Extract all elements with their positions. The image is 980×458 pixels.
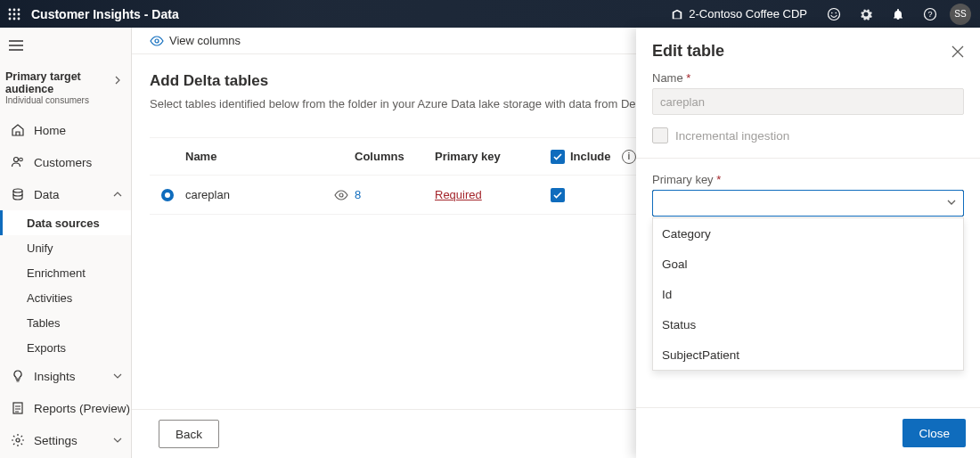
home-icon (11, 123, 25, 137)
sidebar: Primary target audience Individual consu… (0, 28, 132, 458)
svg-point-0 (8, 8, 11, 11)
nav-label: Insights (34, 370, 76, 383)
people-icon (11, 155, 25, 169)
close-button[interactable]: Close (902, 419, 966, 447)
columns-count-link[interactable]: 8 (355, 188, 361, 201)
smiley-icon[interactable] (821, 2, 846, 27)
svg-point-7 (12, 17, 15, 20)
bell-icon[interactable] (886, 2, 911, 27)
chevron-up-icon (113, 190, 122, 199)
row-radio[interactable] (161, 189, 174, 201)
eye-icon (150, 36, 164, 46)
environment-name: 2-Contoso Coffee CDP (689, 7, 807, 20)
table-name-cell: careplan (185, 188, 328, 201)
nav-data[interactable]: Data (0, 178, 131, 210)
svg-point-14 (14, 158, 19, 162)
primary-key-combobox[interactable] (652, 190, 964, 217)
svg-point-6 (8, 17, 11, 20)
app-title: Customer Insights - Data (31, 7, 179, 21)
svg-point-1 (12, 8, 15, 11)
view-columns-button[interactable]: View columns (169, 34, 241, 47)
incremental-label: Incremental ingestion (675, 129, 789, 143)
nav-home[interactable]: Home (0, 114, 131, 146)
back-button[interactable]: Back (159, 420, 219, 448)
audience-value: Individual consumers (5, 95, 120, 105)
dropdown-option-goal[interactable]: Goal (653, 249, 963, 279)
nav-label: Home (34, 124, 66, 137)
report-icon (11, 401, 25, 415)
nav-settings[interactable]: Settings (0, 424, 131, 456)
column-header-include: Include (570, 150, 611, 163)
nav-tables[interactable]: Tables (0, 310, 131, 335)
svg-point-10 (831, 12, 833, 13)
svg-point-9 (829, 8, 840, 20)
info-icon[interactable]: i (622, 150, 636, 164)
chevron-down-icon (113, 436, 122, 445)
waffle-menu[interactable] (0, 0, 28, 28)
gear-icon[interactable] (853, 2, 878, 27)
svg-text:?: ? (927, 10, 932, 19)
building-icon (671, 8, 683, 20)
svg-point-3 (8, 12, 11, 15)
audience-selector[interactable]: Primary target audience Individual consu… (0, 63, 131, 114)
gear-icon (11, 433, 25, 447)
primary-key-required-link[interactable]: Required (435, 188, 482, 201)
chevron-down-icon (113, 372, 122, 380)
waffle-icon (8, 8, 20, 20)
column-header-columns[interactable]: Columns (355, 150, 435, 163)
edit-table-panel: Edit table Name * Incremental ingestion … (636, 28, 980, 458)
nav-data-sources[interactable]: Data sources (0, 210, 131, 235)
app-header: Customer Insights - Data 2-Contoso Coffe… (0, 0, 980, 28)
svg-point-8 (17, 17, 20, 20)
nav-exports[interactable]: Exports (0, 335, 131, 360)
primary-key-field-label: Primary key * (652, 173, 964, 186)
svg-point-15 (20, 158, 23, 161)
nav-label: Data (34, 188, 60, 201)
svg-point-18 (16, 438, 20, 442)
column-header-name[interactable]: Name (185, 150, 328, 163)
svg-point-4 (12, 12, 15, 15)
name-field-label: Name * (652, 71, 964, 85)
audience-label: Primary target audience (5, 70, 120, 95)
svg-point-19 (155, 39, 159, 43)
dropdown-option-category[interactable]: Category (653, 218, 963, 249)
hamburger-button[interactable] (0, 28, 131, 63)
nav-enrichment[interactable]: Enrichment (0, 260, 131, 285)
dropdown-option-status[interactable]: Status (653, 309, 963, 339)
nav-unify[interactable]: Unify (0, 235, 131, 260)
close-icon[interactable] (951, 45, 964, 58)
environment-picker[interactable]: 2-Contoso Coffee CDP (664, 5, 814, 22)
help-icon[interactable]: ? (918, 2, 943, 27)
dropdown-option-id[interactable]: Id (653, 279, 963, 309)
nav-label: Settings (34, 434, 78, 447)
svg-point-20 (339, 193, 343, 197)
svg-point-5 (17, 12, 20, 15)
primary-key-dropdown: Category Goal Id Status SubjectPatient (652, 217, 964, 371)
database-icon (11, 187, 25, 201)
incremental-checkbox (652, 127, 668, 143)
nav-label: Reports (Preview) (34, 402, 130, 415)
nav-activities[interactable]: Activities (0, 285, 131, 310)
include-checkbox[interactable] (551, 188, 565, 202)
nav-reports[interactable]: Reports (Preview) (0, 392, 131, 424)
chevron-right-icon (113, 76, 122, 85)
dropdown-option-subjectpatient[interactable]: SubjectPatient (653, 339, 963, 370)
name-input (652, 88, 964, 115)
svg-point-16 (13, 189, 22, 192)
column-header-primary-key[interactable]: Primary key (435, 150, 551, 163)
panel-title: Edit table (652, 42, 724, 61)
svg-point-11 (835, 12, 837, 13)
nav-label: Customers (34, 156, 92, 169)
preview-button[interactable] (328, 190, 355, 200)
avatar[interactable]: SS (950, 4, 971, 25)
nav-insights[interactable]: Insights (0, 360, 131, 392)
hamburger-icon (9, 40, 23, 51)
include-all-checkbox[interactable] (551, 150, 565, 164)
lightbulb-icon (11, 369, 25, 383)
nav-customers[interactable]: Customers (0, 146, 131, 178)
svg-point-2 (17, 8, 20, 11)
